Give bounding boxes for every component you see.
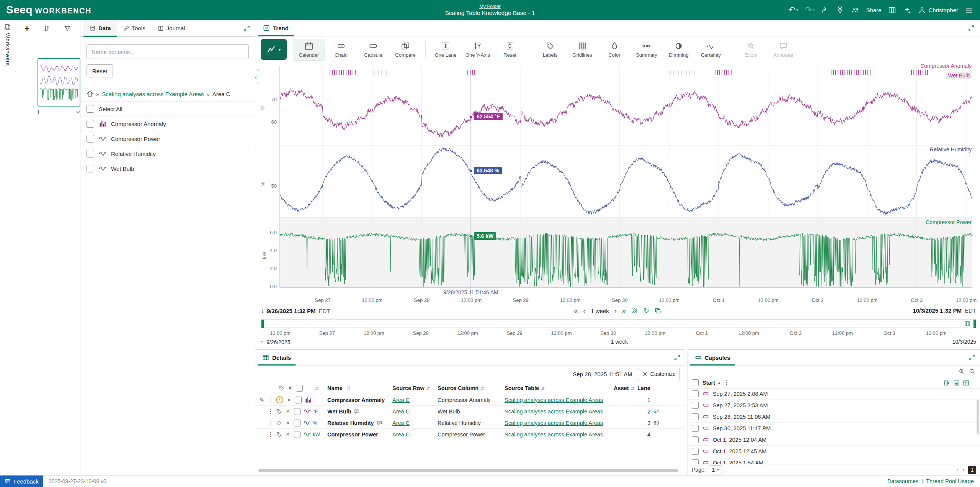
range-duration[interactable]: 1 week [591,308,609,314]
search-input[interactable] [87,44,249,59]
column-header-name[interactable]: Name [327,385,343,391]
capsule-checkbox[interactable] [692,390,699,397]
comment-icon[interactable] [376,420,382,426]
status-link-thread-pool-usage[interactable]: Thread Pool Usage [926,478,974,484]
toolbar-button-labels[interactable]: Labels [534,39,566,61]
toolbar-button-compare[interactable]: Compare [389,39,421,61]
range-handle-left[interactable] [261,320,264,328]
item-checkbox[interactable] [87,120,94,128]
overview-calendar-icon[interactable] [964,321,970,327]
step-forward-full-icon[interactable]: » [622,307,626,314]
range-handle-right[interactable] [973,320,976,328]
tab-journal[interactable]: Journal [152,20,191,36]
tab-data[interactable]: Data [83,20,117,36]
zoom-in-icon[interactable] [959,368,965,375]
capsule-row[interactable]: Oct 1, 2025 1:54 AM [688,457,980,464]
more-options-icon[interactable]: ⋮ [268,420,273,426]
expand-capsules-icon[interactable] [969,354,975,361]
toolbar-button-calendar[interactable]: Calendar [293,39,325,61]
toolbar-button-certainty[interactable]: Certainty [695,39,727,61]
capsule-checkbox[interactable] [692,448,699,455]
zoom-out-icon[interactable] [969,368,975,375]
add-column-icon[interactable] [944,380,950,386]
worksheets-rail[interactable]: Worksheets [0,20,15,475]
sort-ascending-icon[interactable]: ▲ [652,386,653,391]
remove-item-icon[interactable]: × [285,420,291,426]
copy-range-icon[interactable] [655,307,662,314]
tab-details[interactable]: Details [258,350,296,365]
details-row-relative-humidity[interactable]: ✎⋮×%Relative HumidityArea CRelative Humi… [255,417,685,429]
hamburger-menu-icon[interactable] [965,6,973,14]
capsule-row[interactable]: Oct 1, 2025 12:04 AM [688,434,980,446]
column-settings-icon[interactable] [963,380,969,386]
item-checkbox[interactable] [87,165,94,172]
tag-icon[interactable] [276,431,282,438]
range-end-timezone[interactable]: EDT [965,307,976,314]
capsule-row[interactable]: Sep 27, 2025 2:53 AM [688,400,980,411]
step-back-full-icon[interactable]: « [574,307,578,314]
column-header-source-column[interactable]: Source Column [438,385,479,391]
manage-users-icon[interactable] [851,6,859,14]
document-title[interactable]: Scaling Table Knowledge Base - 1 [445,10,535,16]
select-all-row[interactable]: Select All [80,101,255,116]
sort-unit-icon[interactable]: ⇵ [315,386,318,391]
tab-capsules[interactable]: Capsules [690,350,735,365]
trend-chart[interactable]: 62.554 °F63.648 %5.6 kW9/28/2025 11:51:4… [255,62,980,307]
sort-icon[interactable]: ⇵ [347,385,351,391]
collapse-panel-handle[interactable]: ‹ [253,69,259,84]
details-row-wet-bulb[interactable]: ✎⋮×°FWet BulbArea CWet BulbScaling analy… [255,406,685,417]
undo-button[interactable]: ↶▾ [788,6,798,14]
more-options-icon[interactable]: ⋮ [268,397,273,403]
comment-icon[interactable] [354,408,360,415]
sort-icon[interactable]: ⇵ [541,386,545,391]
column-header-lane[interactable]: Lane [637,385,650,391]
range-end-date[interactable]: 10/3/2025 1:32 PM [913,307,962,314]
ai-assistant-icon[interactable] [903,6,911,14]
capsule-checkbox[interactable] [692,402,699,409]
breadcrumb-root-link[interactable]: Scaling analyses across Example Areas [102,91,204,97]
remove-column-icon[interactable]: × [287,385,293,391]
step-back-half-icon[interactable]: ‹ [583,307,585,314]
stats-column-icon[interactable] [953,380,960,386]
details-row-compressor-anomaly[interactable]: ✎⋮!×Compressor AnomalyArea CCompressor A… [255,394,685,406]
sort-icon[interactable]: ⇵ [480,386,484,391]
select-all-checkbox[interactable] [87,105,94,113]
column-header-source-row[interactable]: Source Row [392,385,425,391]
next-page-icon[interactable]: › [962,466,964,474]
column-header-asset[interactable]: Asset [614,385,629,391]
more-options-icon[interactable]: ⋮ [268,431,273,438]
user-menu[interactable]: Christopher [918,6,958,14]
data-item-relative-humidity[interactable]: Relative Humidity [80,146,255,161]
my-folder-link[interactable]: My Folder [479,4,501,9]
step-forward-half-icon[interactable]: › [614,307,617,314]
customize-button[interactable]: Customize [638,368,680,380]
reorder-worksheets-icon[interactable] [43,25,50,32]
expand-trend-icon[interactable] [968,25,975,31]
jump-to-now-icon[interactable] [631,307,638,314]
data-item-wet-bulb[interactable]: Wet Bulb [80,161,255,176]
range-start-timezone[interactable]: EDT [319,308,330,314]
expand-data-panel-icon[interactable] [243,25,250,32]
capsule-checkbox[interactable] [692,425,699,432]
details-horizontal-scrollbar[interactable] [258,469,678,472]
toolbar-button-zoom[interactable]: Zoom [735,39,767,61]
source-row-link[interactable]: Area C [392,431,435,438]
toolbar-button-one-lane[interactable]: One Lane [430,39,462,61]
trend-view-selector[interactable]: ▾ [261,39,287,60]
row-checkbox[interactable] [294,408,301,415]
capsule-row[interactable]: Oct 1, 2025 12:45 AM [688,446,980,457]
range-start-arrow-icon[interactable]: ↓ [261,307,264,314]
row-checkbox[interactable] [294,420,301,426]
capsule-checkbox[interactable] [692,436,699,443]
sort-icon[interactable]: ⇵ [426,386,430,391]
edit-icon[interactable]: ✎ [259,397,265,403]
more-options-icon[interactable]: ⋮ [268,408,273,415]
source-table-link[interactable]: Scaling analyses across Example Areas [505,408,611,415]
details-row-compressor-power[interactable]: ✎⋮×kWCompressor PowerArea CCompressor Po… [255,429,685,440]
capsule-checkbox[interactable] [692,413,699,420]
capsule-row[interactable]: Sep 28, 2025 11:08 AM [688,411,980,423]
toolbar-button-gridlines[interactable]: Gridlines [566,39,598,61]
refresh-range-icon[interactable]: ↻ [644,307,649,314]
sort-ascending-icon[interactable]: ▲ [717,380,721,385]
details-select-all-checkbox[interactable] [296,385,303,392]
